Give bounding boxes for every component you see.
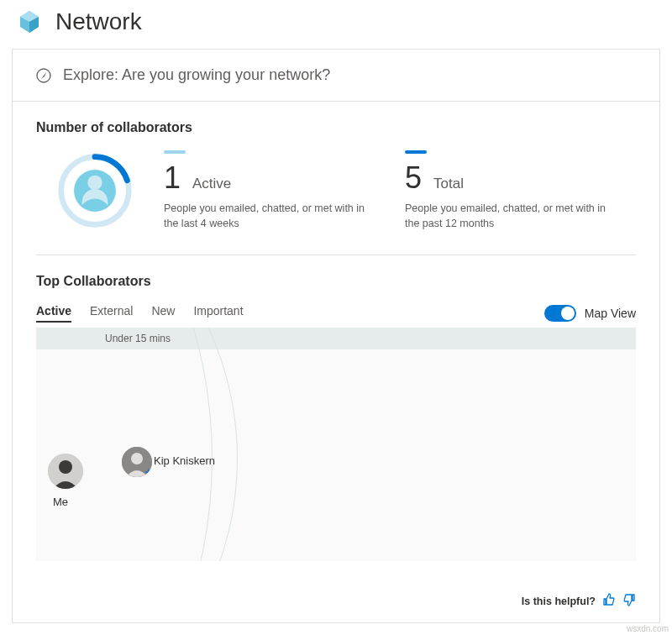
tab-new[interactable]: New bbox=[151, 304, 175, 323]
explore-row[interactable]: Explore: Are you growing your network? bbox=[13, 50, 659, 102]
main-card: Explore: Are you growing your network? N… bbox=[12, 49, 660, 623]
collaborator-name: Kip Kniskern bbox=[154, 454, 215, 467]
mapview-toggle[interactable] bbox=[544, 305, 576, 322]
stat-total-label: Total bbox=[433, 176, 464, 192]
network-icon bbox=[17, 9, 42, 34]
watermark: wsxdn.com bbox=[627, 624, 669, 633]
explore-title: Explore: Are you growing your network? bbox=[63, 66, 330, 84]
thumbs-up-icon[interactable] bbox=[602, 593, 616, 609]
page-title: Network bbox=[55, 8, 142, 35]
stats-row: 1 Active People you emailed, chatted, or… bbox=[36, 150, 636, 255]
tab-active[interactable]: Active bbox=[36, 304, 71, 323]
svg-point-11 bbox=[131, 453, 143, 464]
me-label: Me bbox=[53, 496, 68, 508]
svg-point-7 bbox=[87, 176, 102, 190]
collaborators-title: Number of collaborators bbox=[36, 120, 636, 135]
donut-chart-icon bbox=[55, 150, 135, 231]
tabs: Active External New Important bbox=[36, 304, 244, 323]
thumbs-down-icon[interactable] bbox=[622, 593, 636, 609]
mapview-toggle-group: Map View bbox=[544, 305, 636, 322]
stat-active-bar bbox=[164, 150, 186, 154]
top-collaborators-section: Top Collaborators Active External New Im… bbox=[36, 255, 636, 561]
stat-active-desc: People you emailed, chatted, or met with… bbox=[164, 201, 370, 231]
top-collaborators-title: Top Collaborators bbox=[36, 274, 636, 289]
footer: Is this helpful? bbox=[13, 581, 659, 622]
person-icon bbox=[48, 454, 83, 489]
page-header: Network bbox=[0, 0, 672, 49]
stat-active-label: Active bbox=[192, 176, 231, 192]
map-body: Me ★ Kip Kniskern bbox=[36, 349, 636, 561]
stat-active: 1 Active People you emailed, chatted, or… bbox=[164, 150, 395, 231]
stat-total: 5 Total People you emailed, chatted, or … bbox=[405, 150, 636, 231]
stat-total-bar bbox=[405, 150, 427, 154]
svg-point-9 bbox=[59, 460, 72, 474]
stat-active-value: 1 bbox=[164, 160, 181, 196]
map-area: Under 15 mins Me bbox=[36, 328, 636, 561]
tab-external[interactable]: External bbox=[90, 304, 133, 323]
collaborators-donut bbox=[36, 150, 154, 234]
stat-total-value: 5 bbox=[405, 160, 422, 196]
mapview-label: Map View bbox=[585, 307, 636, 320]
helpful-label: Is this helpful? bbox=[522, 596, 596, 607]
avatar-me[interactable] bbox=[48, 454, 83, 489]
stat-total-desc: People you emailed, chatted, or met with… bbox=[405, 201, 611, 231]
tab-important[interactable]: Important bbox=[193, 304, 243, 323]
collaborators-section: Number of collaborators 1 Active People … bbox=[13, 102, 659, 581]
avatar-collaborator[interactable]: ★ bbox=[122, 447, 152, 477]
compass-icon bbox=[36, 68, 51, 83]
